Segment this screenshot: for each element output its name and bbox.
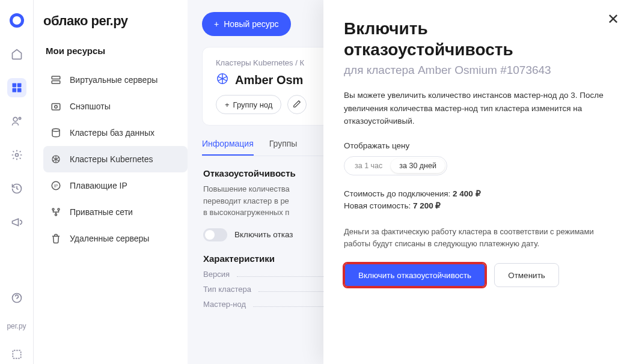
modal-title: Включитьотказоустойчивость (344, 18, 610, 60)
modal-confirm-button[interactable]: Включить отказоустойчивость (344, 263, 486, 287)
modal-close-button[interactable]: ✕ (607, 11, 619, 28)
modal-note: Деньги за фактическую работу кластера в … (344, 226, 610, 250)
close-icon: ✕ (607, 11, 619, 27)
modal-enable-ha: ✕ Включитьотказоустойчивость для кластер… (323, 0, 630, 364)
cost-after: Новая стоимость: 7 200 ₽ (344, 201, 610, 210)
seg-month[interactable]: за 30 дней (391, 159, 445, 173)
modal-cancel-button[interactable]: Отменить (494, 263, 559, 287)
price-segment: за 1 час за 30 дней (344, 156, 447, 175)
modal-body-text: Вы можете увеличить количество инстансов… (344, 89, 610, 128)
cost-before: Стоимость до подключения: 2 400 ₽ (344, 189, 610, 198)
seg-hour[interactable]: за 1 час (346, 159, 391, 173)
modal-subtitle: для кластера Amber Osmium #1073643 (344, 64, 610, 77)
price-display-label: Отображать цену (344, 141, 610, 150)
